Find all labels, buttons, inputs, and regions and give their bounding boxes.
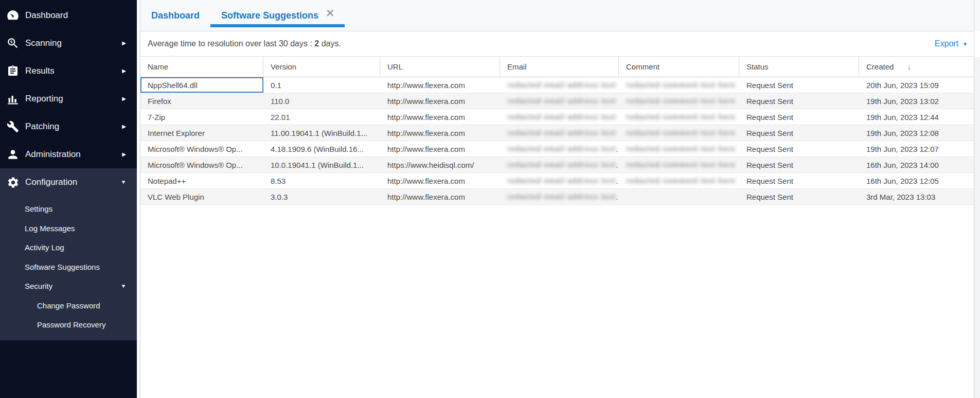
cell-created[interactable]: 19th Jun, 2023 13:02	[859, 93, 974, 109]
column-header-name[interactable]: Name	[140, 57, 263, 77]
tab-software-suggestions[interactable]: Software Suggestions×	[210, 0, 345, 31]
column-header-version[interactable]: Version	[263, 57, 380, 77]
cell-version[interactable]: 22.01	[263, 109, 380, 125]
cell-status[interactable]: Request Sent	[739, 77, 859, 93]
table-row[interactable]: VLC Web Plugin3.0.3http://www.flexera.co…	[140, 189, 974, 205]
cell-status[interactable]: Request Sent	[739, 173, 859, 188]
cell-comment[interactable]: redacted comment text here	[619, 173, 739, 188]
cell-version[interactable]: 8.53	[263, 173, 380, 188]
cell-status[interactable]: Request Sent	[739, 93, 859, 109]
sidebar-item-activity-log[interactable]: Activity Log	[0, 238, 137, 257]
cell-name[interactable]: Internet Explorer	[140, 125, 263, 141]
sidebar-item-settings[interactable]: Settings	[0, 199, 137, 219]
cell-url[interactable]: http://www.flexera.com	[380, 93, 500, 109]
cell-url[interactable]: http://www.flexera.com	[380, 141, 500, 157]
column-header-created[interactable]: Created↓	[859, 57, 974, 77]
cell-name[interactable]: Firefox	[140, 93, 263, 109]
table-row[interactable]: 7-Zip22.01http://www.flexera.comredacted…	[140, 109, 974, 125]
cell-status[interactable]: Request Sent	[739, 125, 859, 141]
vertical-scrollbar[interactable]	[974, 0, 980, 398]
cell-url[interactable]: http://www.flexera.com	[380, 109, 500, 125]
cell-created[interactable]: 20th Jun, 2023 15:09	[859, 77, 974, 93]
cell-status[interactable]: Request Sent	[739, 109, 859, 125]
cell-version[interactable]: 110.0	[263, 93, 380, 109]
clipboard-icon	[6, 64, 20, 78]
cell-email[interactable]: redacted email address text.	[500, 141, 619, 157]
cell-created[interactable]: 16th Jun, 2023 14:00	[859, 157, 974, 172]
cell-created[interactable]: 19th Jun, 2023 12:07	[859, 141, 974, 157]
cell-comment[interactable]: redacted comment text here	[619, 125, 739, 141]
table-row[interactable]: Microsoft® Windows® Op...10.0.19041.1 (W…	[140, 157, 974, 173]
sidebar-item-results[interactable]: Results▶	[0, 57, 137, 85]
cell-name[interactable]: VLC Web Plugin	[140, 189, 263, 204]
sidebar-item-change-password[interactable]: Change Password	[0, 296, 137, 316]
cell-version[interactable]: 4.18.1909.6 (WinBuild.16...	[263, 141, 380, 157]
table-row[interactable]: NppShell64.dll0.1http://www.flexera.comr…	[140, 77, 974, 93]
cell-status[interactable]: Request Sent	[739, 141, 859, 157]
table-row[interactable]: Internet Explorer11.00.19041.1 (WinBuild…	[140, 125, 974, 141]
column-header-email[interactable]: Email	[500, 57, 619, 77]
cell-email[interactable]: redacted email address text	[500, 109, 619, 125]
redacted-email: redacted email address text	[507, 161, 616, 169]
cell-comment[interactable]: redacted comment text here	[619, 93, 739, 109]
table-row[interactable]: Microsoft® Windows® Op...4.18.1909.6 (Wi…	[140, 141, 974, 157]
column-header-label: Version	[271, 62, 296, 71]
sidebar-item-software-suggestions[interactable]: Software Suggestions	[0, 257, 137, 277]
sidebar-item-scanning[interactable]: Scanning▶	[0, 29, 137, 57]
cell-status[interactable]: Request Sent	[739, 189, 859, 204]
app-window: DashboardScanning▶Results▶Reporting▶Patc…	[0, 0, 980, 398]
cell-name[interactable]: Notepad++	[140, 173, 263, 188]
table-row[interactable]: Notepad++8.53http://www.flexera.comredac…	[140, 173, 974, 189]
chevron-right-icon: ▶	[122, 152, 126, 157]
cell-version[interactable]: 3.0.3	[263, 189, 380, 204]
cell-comment[interactable]: redacted comment text here	[619, 77, 739, 93]
sidebar-sub-list: SettingsLog MessagesActivity LogSoftware…	[0, 199, 137, 335]
cell-email[interactable]: redacted email address text	[500, 93, 619, 109]
cell-comment[interactable]: redacted comment text here	[619, 157, 739, 172]
sidebar-item-label: Change Password	[37, 301, 100, 310]
sidebar-item-label: Activity Log	[25, 243, 64, 252]
cell-name[interactable]: 7-Zip	[140, 109, 263, 125]
export-button[interactable]: Export ▼	[935, 39, 968, 48]
sidebar-item-administration[interactable]: Administration▶	[0, 141, 137, 168]
cell-comment[interactable]	[619, 189, 739, 204]
cell-version[interactable]: 11.00.19041.1 (WinBuild.1...	[263, 125, 380, 141]
cell-version[interactable]: 0.1	[263, 77, 380, 93]
sidebar-item-patching[interactable]: Patching▶	[0, 113, 137, 141]
cell-email[interactable]: redacted email address text	[500, 125, 619, 141]
cell-status[interactable]: Request Sent	[739, 157, 859, 172]
cell-url[interactable]: https://www.heidisql.com/	[380, 157, 500, 172]
column-header-label: Status	[746, 62, 769, 71]
sidebar-item-reporting[interactable]: Reporting▶	[0, 85, 137, 113]
sidebar-item-log-messages[interactable]: Log Messages	[0, 219, 137, 238]
close-icon[interactable]: ×	[326, 6, 334, 20]
cell-url[interactable]: http://www.flexera.com	[380, 189, 500, 204]
column-header-comment[interactable]: Comment	[619, 57, 739, 77]
cell-created[interactable]: 19th Jun, 2023 12:08	[859, 125, 974, 141]
sidebar-item-dashboard[interactable]: Dashboard	[0, 2, 137, 29]
cell-comment[interactable]: redacted comment text here	[619, 141, 739, 157]
cell-email[interactable]: redacted email address text.	[500, 173, 619, 188]
cell-created[interactable]: 3rd Mar, 2023 13:03	[859, 189, 974, 204]
sidebar-item-configuration[interactable]: Configuration▼	[0, 168, 137, 196]
table-row[interactable]: Firefox110.0http://www.flexera.comredact…	[140, 93, 974, 109]
cell-created[interactable]: 16th Jun, 2023 12:05	[859, 173, 974, 188]
cell-email[interactable]: redacted email address text.	[500, 157, 619, 172]
cell-url[interactable]: http://www.flexera.com	[380, 173, 500, 188]
cell-created[interactable]: 19th Jun, 2023 12:44	[859, 109, 974, 125]
cell-version[interactable]: 10.0.19041.1 (WinBuild.1...	[263, 157, 380, 172]
sidebar-item-password-recovery[interactable]: Password Recovery	[0, 315, 137, 335]
cell-url[interactable]: http://www.flexera.com	[380, 125, 500, 141]
cell-name[interactable]: Microsoft® Windows® Op...	[140, 157, 263, 172]
column-header-url[interactable]: URL	[380, 57, 500, 77]
tab-dashboard[interactable]: Dashboard	[140, 0, 210, 31]
redacted-email: redacted email address text	[507, 145, 616, 153]
sidebar-item-security[interactable]: Security▼	[0, 276, 137, 296]
column-header-status[interactable]: Status	[739, 57, 859, 77]
cell-url[interactable]: http://www.flexera.com	[380, 77, 500, 93]
cell-email[interactable]: redacted email address text.	[500, 189, 619, 204]
cell-name[interactable]: Microsoft® Windows® Op...	[140, 141, 263, 157]
cell-name[interactable]: NppShell64.dll	[140, 77, 263, 93]
cell-email[interactable]: redacted email address text	[500, 77, 619, 93]
cell-comment[interactable]: redacted comment text here	[619, 109, 739, 125]
